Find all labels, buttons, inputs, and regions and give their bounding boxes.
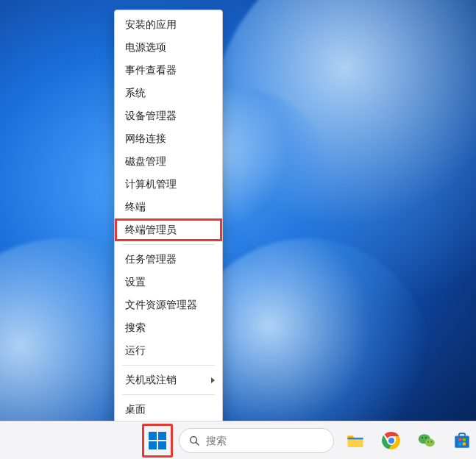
- wechat-icon: [417, 431, 436, 450]
- menu-item[interactable]: 搜索: [115, 316, 222, 339]
- menu-item[interactable]: 设备管理器: [115, 104, 222, 127]
- menu-separator: [122, 394, 215, 395]
- chrome-icon: [382, 431, 401, 450]
- taskbar-wechat[interactable]: [413, 425, 441, 456]
- taskbar-microsoft-store[interactable]: [448, 425, 476, 456]
- microsoft-store-icon: [452, 431, 472, 450]
- menu-item[interactable]: 事件查看器: [115, 59, 222, 82]
- svg-line-1: [196, 442, 199, 445]
- taskbar-file-explorer[interactable]: [341, 425, 369, 456]
- menu-item[interactable]: 关机或注销: [115, 369, 222, 391]
- svg-point-10: [430, 441, 432, 442]
- menu-item[interactable]: 网络连接: [115, 127, 222, 150]
- svg-rect-12: [458, 438, 461, 441]
- menu-item[interactable]: 计算机管理: [115, 173, 222, 196]
- menu-item[interactable]: 任务管理器: [115, 248, 222, 271]
- menu-item[interactable]: 运行: [115, 339, 222, 362]
- menu-item[interactable]: 磁盘管理: [115, 150, 222, 173]
- svg-point-8: [425, 437, 427, 438]
- svg-point-9: [427, 441, 429, 442]
- svg-rect-11: [455, 435, 469, 447]
- taskbar: [0, 421, 476, 459]
- taskbar-search[interactable]: [179, 428, 334, 453]
- menu-item[interactable]: 终端管理员: [115, 218, 222, 241]
- svg-rect-13: [463, 438, 466, 441]
- windows-logo-icon: [149, 432, 166, 449]
- menu-item[interactable]: 电源选项: [115, 36, 222, 59]
- menu-separator: [122, 365, 215, 366]
- svg-point-7: [422, 437, 423, 438]
- menu-item[interactable]: 终端: [115, 196, 222, 218]
- svg-point-6: [425, 438, 435, 446]
- menu-item[interactable]: 系统: [115, 82, 222, 104]
- menu-item[interactable]: 桌面: [115, 398, 222, 421]
- svg-rect-15: [463, 442, 466, 445]
- svg-rect-14: [458, 442, 461, 445]
- start-button[interactable]: [143, 425, 171, 456]
- menu-separator: [122, 244, 215, 245]
- search-icon: [188, 435, 200, 446]
- taskbar-chrome[interactable]: [377, 425, 405, 456]
- menu-item[interactable]: 文件资源管理器: [115, 293, 222, 316]
- menu-item[interactable]: 设置: [115, 271, 222, 293]
- search-input[interactable]: [206, 435, 324, 446]
- menu-item[interactable]: 安装的应用: [115, 13, 222, 36]
- desktop: 安装的应用电源选项事件查看器系统设备管理器网络连接磁盘管理计算机管理终端终端管理…: [0, 0, 476, 459]
- file-explorer-icon: [346, 431, 365, 450]
- start-context-menu: 安装的应用电源选项事件查看器系统设备管理器网络连接磁盘管理计算机管理终端终端管理…: [114, 10, 223, 424]
